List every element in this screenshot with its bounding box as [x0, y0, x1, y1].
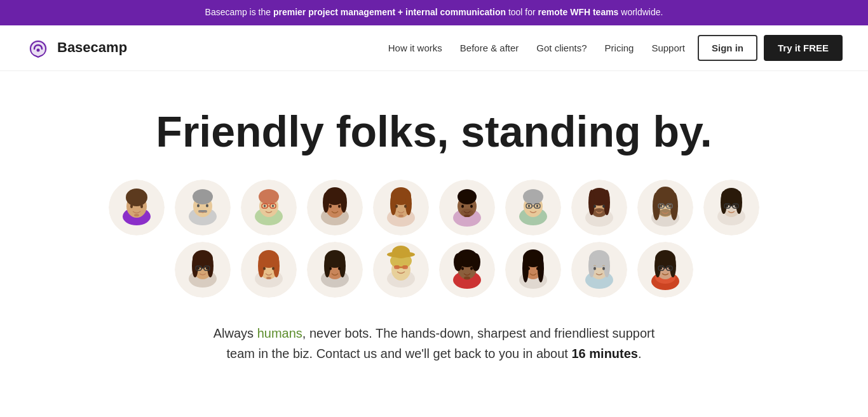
svg-point-117 [329, 267, 332, 270]
svg-point-107 [273, 255, 280, 277]
nav-support[interactable]: Support [651, 43, 685, 53]
svg-point-124 [392, 246, 410, 258]
svg-point-37 [390, 192, 397, 215]
svg-point-58 [536, 204, 538, 207]
svg-point-23 [264, 204, 266, 207]
avatar-b2 [241, 242, 297, 298]
svg-point-41 [398, 215, 403, 217]
svg-point-7 [140, 204, 143, 208]
svg-point-84 [721, 191, 727, 214]
hero-headline: Friendly folks, standing by. [25, 109, 843, 154]
svg-point-30 [341, 192, 347, 213]
svg-point-1 [37, 49, 40, 52]
avatar-b5 [439, 242, 495, 298]
svg-point-40 [404, 204, 407, 208]
svg-point-29 [323, 192, 329, 213]
svg-point-115 [324, 255, 330, 277]
svg-point-118 [338, 267, 341, 270]
avatar-1 [109, 180, 165, 235]
svg-point-106 [258, 255, 264, 277]
wave-divider [0, 414, 868, 417]
avatar-3 [241, 180, 297, 235]
avatar-9 [637, 180, 693, 235]
svg-point-24 [272, 204, 274, 207]
svg-point-53 [523, 189, 543, 204]
avatar-b6 [505, 242, 561, 298]
svg-point-45 [458, 189, 477, 204]
logo-text: Basecamp [57, 39, 127, 56]
signin-button[interactable]: Sign in [698, 35, 757, 61]
main-nav: Basecamp How it works Before & after Got… [0, 25, 868, 71]
svg-point-134 [461, 267, 464, 270]
nav-pricing[interactable]: Pricing [605, 43, 634, 53]
description-text: Always humans, never bots. The hands-dow… [212, 323, 656, 364]
avatar-5 [373, 180, 429, 235]
svg-point-89 [726, 204, 728, 207]
svg-point-13 [197, 204, 200, 207]
svg-point-8 [134, 214, 139, 216]
avatar-b4 [373, 242, 429, 298]
svg-point-72 [653, 192, 660, 220]
avatar-b7 [571, 242, 627, 298]
svg-point-5 [126, 189, 147, 206]
svg-point-143 [527, 267, 530, 270]
svg-point-19 [259, 189, 279, 204]
banner-bold2: remote WFH teams [538, 7, 619, 17]
avatar-b1 [175, 242, 231, 298]
svg-point-39 [395, 204, 398, 208]
svg-point-32 [338, 204, 341, 208]
svg-point-132 [454, 253, 463, 271]
svg-point-38 [405, 192, 412, 215]
svg-point-57 [528, 204, 530, 207]
avatar-10 [703, 180, 759, 235]
avatar-2 [175, 180, 231, 235]
nav-got-clients[interactable]: Got clients? [536, 43, 587, 53]
response-time: 16 minutes [571, 347, 637, 361]
svg-point-6 [130, 204, 133, 208]
svg-point-49 [461, 209, 473, 216]
svg-point-101 [206, 267, 208, 269]
svg-point-151 [593, 267, 596, 270]
svg-point-47 [470, 204, 473, 208]
avatar-b8 [637, 242, 693, 298]
nav-how-it-works[interactable]: How it works [388, 43, 442, 53]
svg-point-73 [670, 192, 678, 220]
svg-point-65 [593, 204, 596, 208]
svg-point-100 [198, 267, 200, 269]
svg-rect-126 [402, 265, 408, 269]
nav-links: How it works Before & after Got clients?… [388, 43, 685, 53]
svg-rect-125 [394, 265, 400, 269]
logo-link[interactable]: Basecamp [25, 35, 127, 60]
top-banner: Basecamp is the premier project manageme… [0, 0, 868, 25]
svg-point-116 [339, 255, 346, 277]
svg-point-163 [660, 267, 662, 269]
avatar-b3 [307, 242, 363, 298]
basecamp-logo-icon [25, 35, 51, 60]
svg-point-79 [659, 209, 672, 216]
avatar-6 [439, 180, 495, 235]
avatar-row-1 [109, 180, 759, 235]
svg-point-152 [602, 267, 605, 270]
svg-point-135 [470, 267, 473, 270]
svg-point-78 [668, 204, 670, 207]
svg-point-85 [736, 191, 742, 214]
svg-point-90 [735, 204, 736, 207]
svg-point-46 [461, 204, 464, 208]
hero-section: Friendly folks, standing by. [0, 71, 868, 408]
svg-point-14 [206, 204, 208, 207]
svg-point-164 [668, 267, 670, 269]
svg-point-108 [263, 267, 266, 270]
avatar-4 [307, 180, 363, 235]
avatars-container [25, 180, 843, 298]
svg-point-110 [266, 277, 271, 279]
svg-point-66 [602, 204, 605, 208]
nav-before-after[interactable]: Before & after [460, 43, 519, 53]
try-free-button[interactable]: Try it FREE [764, 35, 843, 61]
avatar-8 [571, 180, 627, 235]
svg-point-31 [329, 204, 332, 208]
banner-bold1: premier project management + internal co… [273, 7, 506, 17]
svg-point-144 [536, 267, 539, 270]
humans-text: humans [257, 326, 302, 340]
svg-point-133 [471, 253, 480, 271]
avatar-7 [505, 180, 561, 235]
